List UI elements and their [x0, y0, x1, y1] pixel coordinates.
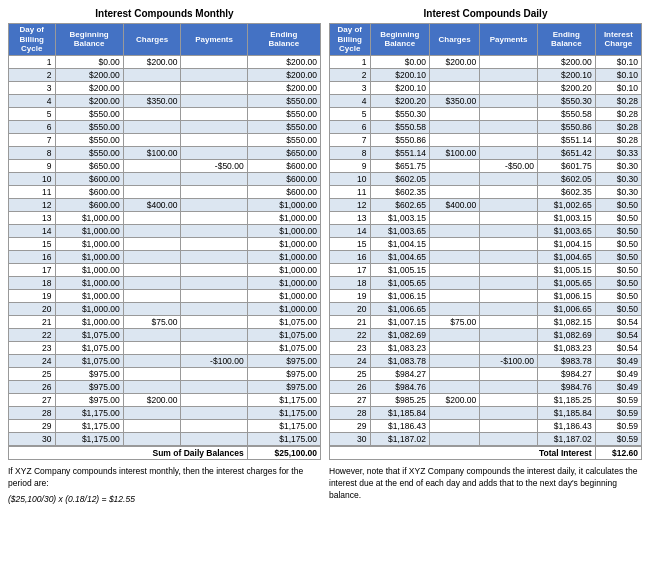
table-cell: 25	[330, 367, 371, 380]
table-row: 15$1,004.15$1,004.15$0.50	[330, 237, 642, 250]
table-cell: $200.10	[370, 81, 429, 94]
table-cell: 28	[330, 406, 371, 419]
table-cell: $1,000.00	[55, 250, 123, 263]
table-cell: 26	[330, 380, 371, 393]
table-cell	[123, 289, 181, 302]
table-cell	[123, 211, 181, 224]
table-cell	[429, 354, 479, 367]
table-cell	[480, 224, 538, 237]
table-row: 12$600.00$400.00$1,000.00	[9, 198, 321, 211]
table-cell: 12	[9, 198, 56, 211]
table-cell: $600.00	[247, 185, 320, 198]
table-row: 1$0.00$200.00$200.00	[9, 55, 321, 68]
table-cell: $200.00	[429, 55, 479, 68]
table-cell: $1,187.02	[537, 432, 595, 446]
table-cell	[123, 120, 181, 133]
table-row: 4$200.00$350.00$550.00	[9, 94, 321, 107]
table-cell: 17	[9, 263, 56, 276]
table-cell: $0.28	[595, 120, 641, 133]
table-cell: $1,006.15	[537, 289, 595, 302]
table-cell: $100.00	[123, 146, 181, 159]
table-cell: $1,006.15	[370, 289, 429, 302]
table-cell	[123, 81, 181, 94]
table-cell: $1,185.25	[537, 393, 595, 406]
table-cell: $400.00	[429, 198, 479, 211]
table-cell: $200.00	[123, 55, 181, 68]
table-cell	[429, 250, 479, 263]
table-cell: 10	[330, 172, 371, 185]
table-cell	[123, 380, 181, 393]
table-cell: $0.59	[595, 432, 641, 446]
table-cell: $1,004.15	[537, 237, 595, 250]
table-row: 11$602.35$602.35$0.30	[330, 185, 642, 198]
table-cell: $200.00	[55, 68, 123, 81]
table-cell: $600.00	[55, 172, 123, 185]
right-table-body: 1$0.00$200.00$200.00$0.102$200.10$200.10…	[330, 55, 642, 446]
table-cell: 13	[9, 211, 56, 224]
table-row: 5$550.30$550.58$0.28	[330, 107, 642, 120]
table-cell	[480, 302, 538, 315]
table-cell: $1,075.00	[247, 328, 320, 341]
left-footer-formula: ($25,100/30) x (0.18/12) = $12.55	[8, 494, 321, 506]
table-cell: 6	[330, 120, 371, 133]
table-cell	[181, 419, 247, 432]
table-cell	[429, 302, 479, 315]
table-cell: 3	[9, 81, 56, 94]
table-cell: $1,006.65	[370, 302, 429, 315]
table-cell: 4	[330, 94, 371, 107]
table-cell: $1,005.15	[370, 263, 429, 276]
table-cell: $0.49	[595, 354, 641, 367]
table-cell: $984.76	[537, 380, 595, 393]
table-cell: $975.00	[55, 393, 123, 406]
table-cell: $350.00	[429, 94, 479, 107]
table-cell: $1,186.43	[370, 419, 429, 432]
table-cell: $1,000.00	[247, 302, 320, 315]
table-cell: 1	[330, 55, 371, 68]
table-cell: 8	[9, 146, 56, 159]
table-cell: $651.75	[370, 159, 429, 172]
table-cell	[181, 263, 247, 276]
table-cell: 12	[330, 198, 371, 211]
table-cell: $1,000.00	[247, 211, 320, 224]
table-row: 9$651.75-$50.00$601.75$0.30	[330, 159, 642, 172]
table-cell: $75.00	[123, 315, 181, 328]
table-cell	[181, 198, 247, 211]
right-col-interest: InterestCharge	[595, 24, 641, 56]
table-row: 26$975.00$975.00	[9, 380, 321, 393]
table-cell: 27	[330, 393, 371, 406]
table-cell	[123, 133, 181, 146]
table-cell: 6	[9, 120, 56, 133]
table-cell: $601.75	[537, 159, 595, 172]
table-cell: $0.00	[55, 55, 123, 68]
table-cell	[123, 185, 181, 198]
left-footer: If XYZ Company compounds interest monthl…	[8, 466, 321, 506]
table-cell: -$100.00	[480, 354, 538, 367]
table-cell	[429, 81, 479, 94]
table-cell	[429, 419, 479, 432]
table-cell	[480, 432, 538, 446]
table-row: 2$200.10$200.10$0.10	[330, 68, 642, 81]
table-cell	[123, 406, 181, 419]
table-cell: $550.30	[537, 94, 595, 107]
table-cell: $200.20	[537, 81, 595, 94]
table-cell: $1,000.00	[247, 198, 320, 211]
table-row: 14$1,000.00$1,000.00	[9, 224, 321, 237]
table-cell	[429, 263, 479, 276]
right-summary-label: Total Interest	[330, 446, 596, 460]
table-cell: $651.42	[537, 146, 595, 159]
table-cell: $0.50	[595, 263, 641, 276]
left-col-ending: EndingBalance	[247, 24, 320, 56]
table-cell	[480, 81, 538, 94]
table-cell	[181, 94, 247, 107]
table-row: 27$975.00$200.00$1,175.00	[9, 393, 321, 406]
left-table-body: 1$0.00$200.00$200.002$200.00$200.003$200…	[9, 55, 321, 446]
table-cell: $1,075.00	[55, 341, 123, 354]
table-row: 10$600.00$600.00	[9, 172, 321, 185]
left-summary-row: Sum of Daily Balances $25,100.00	[9, 446, 321, 460]
table-cell	[181, 55, 247, 68]
main-container: Interest Compounds Monthly Day ofBilling…	[8, 8, 642, 509]
table-cell: $1,082.15	[537, 315, 595, 328]
table-cell: $1,003.15	[537, 211, 595, 224]
table-cell	[480, 68, 538, 81]
table-cell: $0.59	[595, 419, 641, 432]
